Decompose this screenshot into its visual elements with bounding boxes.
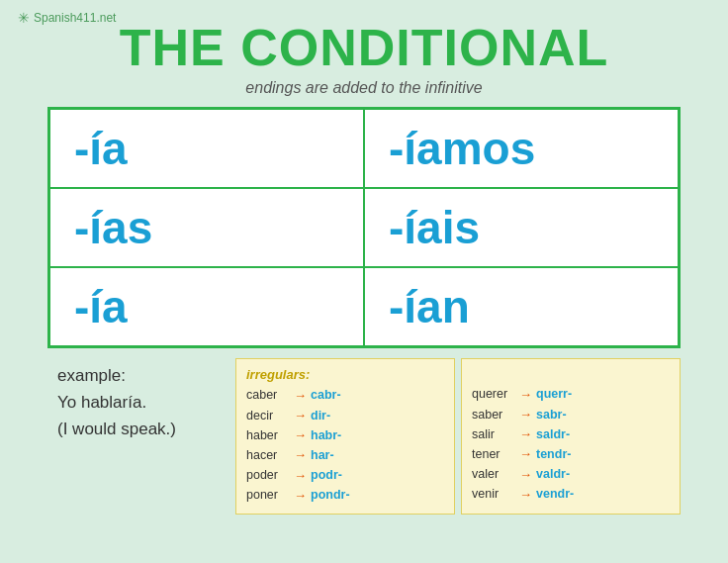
- irr-arrow: →: [519, 385, 532, 405]
- irr-arrow: →: [294, 486, 307, 506]
- irr-arrow: →: [519, 465, 532, 485]
- logo-text: Spanish411.net: [34, 11, 116, 25]
- irr-result: cabr-: [311, 386, 341, 405]
- irr-result: tendr-: [536, 445, 571, 464]
- irregular-row: salir→saldr-: [472, 424, 670, 444]
- irr-arrow: →: [519, 444, 532, 464]
- irregulars-left: caber→cabr-decir→dir-haber→habr-hacer→ha…: [246, 386, 444, 506]
- irr-base: poner: [246, 486, 290, 505]
- irr-base: hacer: [246, 446, 290, 465]
- subtitle: endings are added to the infinitive: [245, 79, 482, 97]
- irr-arrow: →: [294, 425, 307, 445]
- example-line2: (I would speak.): [57, 416, 226, 442]
- irr-arrow: →: [294, 445, 307, 465]
- example-box: example: Yo hablaría. (I would speak.): [47, 358, 235, 447]
- irr-base: tener: [472, 445, 515, 464]
- page-title: THE CONDITIONAL: [120, 18, 609, 77]
- irregulars-container: irregulars: caber→cabr-decir→dir-haber→h…: [235, 358, 681, 515]
- irregular-row: caber→cabr-: [246, 386, 444, 406]
- irr-base: querer: [472, 385, 515, 404]
- irregular-row: haber→habr-: [246, 425, 444, 445]
- table-cell-2-0: -ía: [50, 267, 364, 345]
- table-cell-2-1: -ían: [364, 267, 678, 345]
- irr-base: salir: [472, 425, 515, 444]
- irr-result: har-: [311, 446, 334, 465]
- irr-result: podr-: [311, 466, 342, 485]
- irr-base: saber: [472, 406, 515, 424]
- table-cell-0-1: -íamos: [364, 110, 678, 188]
- irr-result: dir-: [311, 407, 330, 425]
- example-label: example:: [57, 362, 226, 389]
- irregular-row: poder→podr-: [246, 466, 444, 486]
- table-cell-1-0: -ías: [50, 188, 364, 267]
- irregular-row: querer→querr-: [472, 385, 670, 405]
- irregular-row: poner→pondr-: [246, 486, 444, 506]
- irr-arrow: →: [519, 424, 532, 444]
- irr-arrow: →: [519, 405, 532, 424]
- irr-arrow: →: [294, 466, 307, 486]
- irr-result: valdr-: [536, 465, 570, 484]
- irr-result: sabr-: [536, 406, 567, 424]
- irregular-row: tener→tendr-: [472, 444, 670, 464]
- irr-arrow: →: [294, 386, 307, 406]
- irr-result: querr-: [536, 385, 572, 404]
- irr-base: valer: [472, 465, 515, 484]
- irregulars-right: querer→querr-saber→sabr-salir→saldr-tene…: [472, 385, 670, 505]
- irr-base: venir: [472, 485, 515, 504]
- example-line1: Yo hablaría.: [57, 389, 226, 416]
- logo-icon: ✳: [18, 10, 30, 26]
- irregular-row: saber→sabr-: [472, 405, 670, 424]
- irregular-row: venir→vendr-: [472, 485, 670, 505]
- irr-arrow: →: [519, 485, 532, 505]
- table-cell-0-0: -ía: [50, 110, 364, 188]
- bottom-section: example: Yo hablaría. (I would speak.) i…: [47, 358, 681, 515]
- irregulars-box-right: querer→querr-saber→sabr-salir→saldr-tene…: [461, 358, 681, 515]
- irr-result: saldr-: [536, 425, 570, 444]
- irr-arrow: →: [294, 406, 307, 425]
- irr-result: habr-: [311, 426, 341, 445]
- irr-base: caber: [246, 386, 290, 405]
- page-wrapper: ✳ Spanish411.net THE CONDITIONAL endings…: [0, 0, 728, 563]
- conjugation-table: -ía-íamos-ías-íais-ía-ían: [50, 110, 678, 345]
- irregular-row: hacer→har-: [246, 445, 444, 465]
- irregulars-box-left: irregulars: caber→cabr-decir→dir-haber→h…: [235, 358, 455, 515]
- irr-base: haber: [246, 426, 290, 445]
- irregular-row: decir→dir-: [246, 406, 444, 425]
- table-cell-1-1: -íais: [364, 188, 678, 267]
- irregular-row: valer→valdr-: [472, 465, 670, 485]
- irregulars-title: irregulars:: [246, 367, 444, 382]
- logo: ✳ Spanish411.net: [18, 10, 116, 26]
- irr-base: decir: [246, 407, 290, 425]
- conjugation-table-wrapper: -ía-íamos-ías-íais-ía-ían: [47, 107, 681, 348]
- irr-base: poder: [246, 466, 290, 485]
- irr-result: pondr-: [311, 486, 350, 505]
- irr-result: vendr-: [536, 485, 574, 504]
